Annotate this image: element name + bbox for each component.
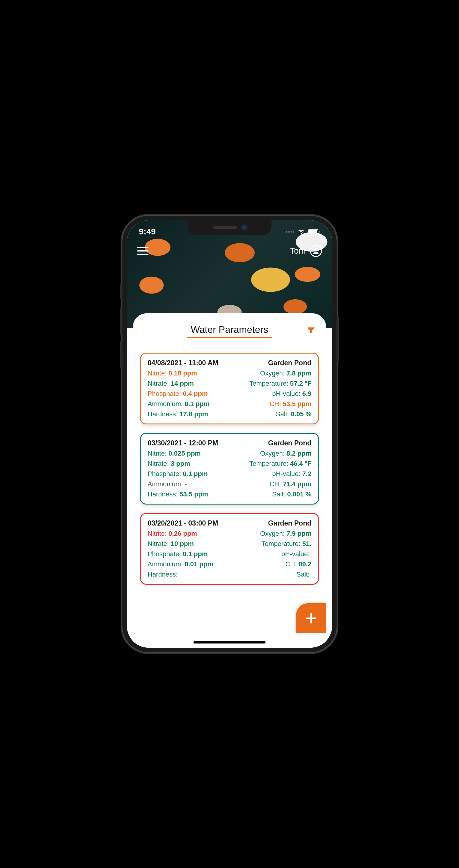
param-label: Oxygen:: [260, 369, 285, 377]
user-profile[interactable]: Tom: [290, 245, 322, 257]
filter-icon[interactable]: [306, 326, 316, 337]
record-card[interactable]: 04/08/2021 - 11:00 AMGarden PondNitrite:…: [140, 353, 319, 424]
param-label: Ammonium:: [147, 400, 183, 408]
param-ph: pH-value:7.2: [230, 470, 312, 478]
param-label: Oxygen:: [260, 450, 285, 457]
record-datetime: 03/20/2021 - 03:00 PM: [147, 519, 218, 527]
param-label: Nitrate:: [147, 380, 169, 388]
param-ph: pH-value:6.9: [230, 390, 312, 398]
param-value: 53.5 ppm: [283, 400, 312, 408]
param-label: CH:: [285, 560, 297, 568]
param-value: 0.01 ppm: [185, 560, 213, 568]
param-hardness: Hardness:17.8 ppm: [147, 410, 230, 418]
param-label: pH-value:: [282, 550, 309, 558]
param-label: Hardness:: [147, 410, 177, 418]
param-value: 0.18 ppm: [169, 369, 197, 377]
param-salt: Salt:0.001 %: [230, 490, 312, 498]
param-nitrite: Nitrite:0.025 ppm: [147, 450, 230, 457]
param-label: Temperature:: [249, 460, 288, 468]
param-label: pH-value:: [272, 390, 300, 398]
status-time: 9:49: [139, 227, 156, 237]
param-value: 0.1 ppm: [185, 400, 209, 408]
param-value: 8.2 ppm: [287, 450, 312, 457]
param-label: Phosphate:: [147, 550, 181, 558]
record-card[interactable]: 03/30/2021 - 12:00 PMGarden PondNitrite:…: [140, 433, 319, 504]
param-label: Oxygen:: [260, 530, 285, 537]
param-label: Nitrite:: [147, 450, 167, 457]
param-label: Phosphate:: [147, 390, 181, 398]
param-value: 0.05 %: [291, 410, 312, 418]
svg-rect-1: [309, 230, 318, 234]
svg-rect-2: [319, 231, 320, 232]
param-label: Phosphate:: [147, 470, 181, 478]
param-value: -: [185, 480, 187, 488]
param-label: Ammonium:: [147, 560, 183, 568]
param-label: Salt:: [276, 410, 289, 418]
param-ammonium: Ammonium:0.1 ppm: [147, 400, 230, 408]
param-value: 89.2: [298, 560, 312, 568]
param-value: 0.26 ppm: [169, 530, 197, 537]
records-list[interactable]: 04/08/2021 - 11:00 AMGarden PondNitrite:…: [140, 353, 319, 585]
user-name: Tom: [290, 246, 306, 256]
content-sheet: Water Parameters 04/08/2021 - 11:00 AMGa…: [133, 313, 326, 648]
param-label: Temperature:: [262, 540, 301, 548]
param-hardness: Hardness:: [147, 570, 230, 578]
param-nitrate: Nitrate:14 ppm: [147, 380, 230, 388]
param-salt: Salt:0.05 %: [230, 410, 312, 418]
battery-icon: [308, 229, 320, 235]
param-label: CH:: [270, 400, 281, 408]
record-pond: Garden Pond: [268, 519, 312, 527]
param-phosphate: Phosphate:0.4 ppm: [147, 390, 230, 398]
param-value: 53.5 ppm: [179, 490, 208, 498]
param-temperature: Temperature:57.2 °F: [230, 380, 312, 388]
param-temperature: Temperature:46.4 °F: [230, 460, 312, 468]
param-value: 57.2 °F: [290, 380, 312, 388]
param-value: 0.025 ppm: [169, 450, 201, 457]
param-salt: Salt:: [230, 570, 312, 578]
param-value: 7.2: [302, 470, 312, 478]
param-label: Nitrate:: [147, 540, 169, 548]
param-label: Salt:: [272, 490, 285, 498]
record-pond: Garden Pond: [268, 359, 312, 367]
signal-dots-icon: [286, 231, 294, 232]
param-ammonium: Ammonium:-: [147, 480, 230, 488]
param-value: 0.4 ppm: [183, 390, 207, 398]
param-label: Nitrate:: [147, 460, 169, 468]
param-temperature: Temperature:51.: [230, 540, 312, 548]
param-ammonium: Ammonium:0.01 ppm: [147, 560, 230, 568]
record-pond: Garden Pond: [268, 439, 312, 447]
param-label: Salt:: [296, 570, 309, 578]
param-phosphate: Phosphate:0.1 ppm: [147, 470, 230, 478]
param-value: 0.001 %: [287, 490, 312, 498]
param-label: Nitrite:: [147, 530, 167, 537]
param-label: CH:: [270, 480, 281, 488]
param-value: 0.1 ppm: [183, 470, 207, 478]
param-oxygen: Oxygen:8.2 ppm: [230, 450, 312, 457]
param-hardness: Hardness:53.5 ppm: [147, 490, 230, 498]
param-value: 6.9: [302, 390, 312, 398]
param-value: 0.1 ppm: [183, 550, 207, 558]
param-value: 71.4 ppm: [283, 480, 312, 488]
avatar-icon: [310, 245, 322, 257]
menu-icon[interactable]: [137, 247, 149, 255]
record-card[interactable]: 03/20/2021 - 03:00 PMGarden PondNitrite:…: [140, 513, 319, 585]
param-label: Nitrite:: [147, 369, 167, 377]
param-value: 17.8 ppm: [179, 410, 208, 418]
param-phosphate: Phosphate:0.1 ppm: [147, 550, 230, 558]
param-label: Temperature:: [249, 380, 288, 388]
add-button[interactable]: [296, 603, 326, 633]
param-oxygen: Oxygen:7.9 ppm: [230, 530, 312, 537]
param-oxygen: Oxygen:7.8 ppm: [230, 369, 312, 377]
wifi-icon: [297, 229, 305, 235]
param-value: 3 ppm: [171, 460, 190, 468]
param-ch: CH:53.5 ppm: [230, 400, 312, 408]
svg-point-3: [315, 248, 318, 251]
param-label: pH-value:: [272, 470, 300, 478]
param-label: Hardness:: [147, 570, 177, 578]
param-ch: CH:89.2: [230, 560, 312, 568]
param-ph: pH-value:: [230, 550, 312, 558]
home-indicator[interactable]: [194, 641, 265, 644]
param-value: 7.9 ppm: [287, 530, 312, 537]
param-value: 10 ppm: [171, 540, 194, 548]
param-label: Ammonium:: [147, 480, 183, 488]
